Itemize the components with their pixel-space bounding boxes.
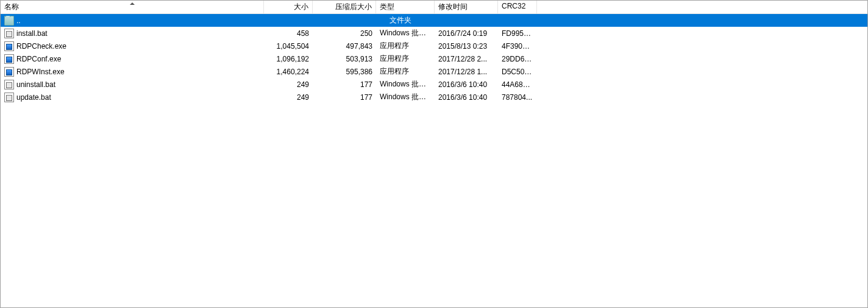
file-name: RDPConf.exe: [16, 55, 61, 63]
file-crc: 4F390AEA: [498, 42, 537, 51]
file-row[interactable]: uninstall.bat249177Windows 批处理...2016/3/…: [1, 78, 867, 91]
file-list-panel: 名称 大小 压缩后大小 类型 修改时间 CRC32 .. 文件夹 install…: [0, 0, 868, 308]
file-date: 2017/12/28 1...: [435, 68, 498, 76]
batch-file-icon: [4, 29, 14, 38]
application-icon: [4, 67, 14, 77]
batch-file-icon: [4, 93, 14, 102]
file-date: 2016/7/24 0:19: [435, 29, 498, 38]
batch-file-icon: [4, 80, 14, 89]
file-type: 应用程序: [376, 66, 435, 77]
file-name: RDPWInst.exe: [16, 68, 65, 76]
file-crc: FD9956A7: [498, 29, 537, 38]
file-compressed-size: 503,913: [313, 55, 376, 63]
file-date: 2016/3/6 10:40: [435, 93, 498, 102]
file-compressed-size: 177: [313, 93, 376, 102]
file-size: 458: [264, 29, 313, 38]
column-header-size[interactable]: 大小: [264, 1, 313, 13]
file-size: 1,045,504: [264, 42, 313, 51]
column-header-row: 名称 大小 压缩后大小 类型 修改时间 CRC32: [1, 1, 867, 14]
file-name: install.bat: [16, 29, 48, 38]
file-name: update.bat: [16, 93, 51, 102]
file-crc: 44A68921: [498, 80, 537, 89]
file-row[interactable]: update.bat249177Windows 批处理...2016/3/6 1…: [1, 91, 867, 103]
folder-icon: [4, 16, 14, 26]
parent-folder-type: 文件夹: [264, 15, 537, 26]
file-name: uninstall.bat: [16, 80, 55, 89]
file-crc: 29DD63...: [498, 55, 537, 63]
file-date: 2016/3/6 10:40: [435, 80, 498, 89]
file-rows-container: install.bat458250Windows 批处理...2016/7/24…: [1, 27, 867, 103]
file-size: 1,460,224: [264, 68, 313, 76]
parent-folder-name: ..: [16, 16, 21, 25]
file-compressed-size: 595,386: [313, 68, 376, 76]
file-type: Windows 批处理...: [376, 28, 435, 38]
column-header-name[interactable]: 名称: [1, 1, 264, 13]
file-type: 应用程序: [376, 41, 435, 51]
file-crc: D5C505...: [498, 68, 537, 76]
parent-folder-row[interactable]: .. 文件夹: [1, 14, 867, 27]
file-type: 应用程序: [376, 54, 435, 64]
file-compressed-size: 497,843: [313, 42, 376, 51]
application-icon: [4, 41, 14, 51]
column-header-crc[interactable]: CRC32: [498, 1, 537, 13]
file-row[interactable]: RDPConf.exe1,096,192503,913应用程序2017/12/2…: [1, 52, 867, 65]
file-date: 2017/12/28 2...: [435, 55, 498, 63]
file-type: Windows 批处理...: [376, 79, 435, 89]
application-icon: [4, 54, 14, 64]
file-row[interactable]: RDPWInst.exe1,460,224595,386应用程序2017/12/…: [1, 65, 867, 78]
file-size: 249: [264, 80, 313, 89]
file-row[interactable]: RDPCheck.exe1,045,504497,843应用程序2015/8/1…: [1, 40, 867, 52]
file-name: RDPCheck.exe: [16, 42, 66, 51]
file-compressed-size: 177: [313, 80, 376, 89]
column-header-compressed-size[interactable]: 压缩后大小: [313, 1, 376, 13]
file-row[interactable]: install.bat458250Windows 批处理...2016/7/24…: [1, 27, 867, 40]
file-date: 2015/8/13 0:23: [435, 42, 498, 51]
file-type: Windows 批处理...: [376, 92, 435, 102]
file-size: 1,096,192: [264, 55, 313, 63]
file-size: 249: [264, 93, 313, 102]
file-compressed-size: 250: [313, 29, 376, 38]
column-header-type[interactable]: 类型: [376, 1, 435, 13]
file-crc: 787804...: [498, 93, 537, 102]
column-header-date[interactable]: 修改时间: [435, 1, 498, 13]
